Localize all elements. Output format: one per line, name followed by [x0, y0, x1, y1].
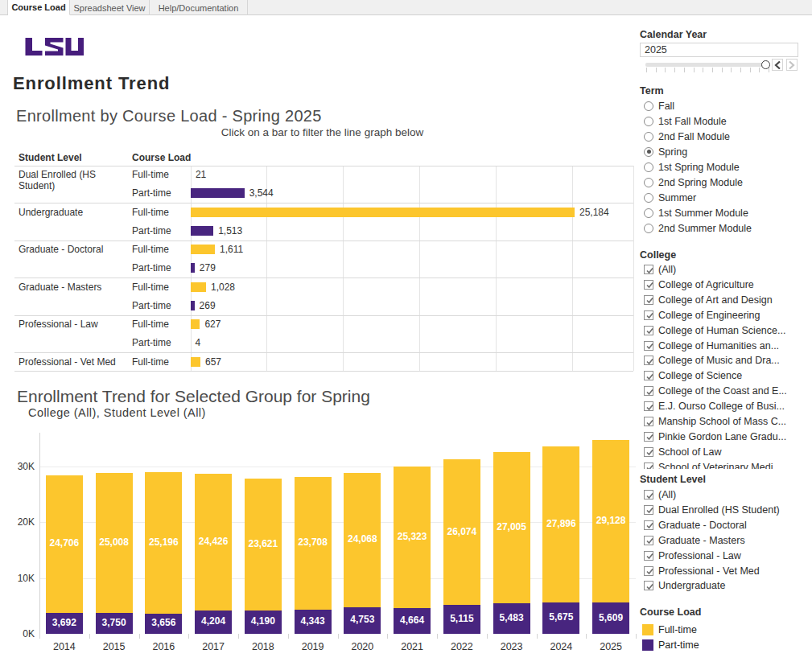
- calendar-year-filter-title: Calendar Year: [640, 29, 707, 40]
- checkbox-checked[interactable]: [644, 356, 653, 365]
- full-time-bar[interactable]: [191, 245, 216, 254]
- radio-button-selected[interactable]: [644, 147, 653, 157]
- radio-button[interactable]: [644, 117, 653, 126]
- term-option-1st-summer-module[interactable]: 1st Summer Module: [644, 205, 748, 220]
- student-level-option-graduate-masters[interactable]: Graduate - Masters: [644, 532, 745, 548]
- checkbox-checked[interactable]: [644, 280, 653, 290]
- term-option-summer[interactable]: Summer: [644, 190, 696, 205]
- segment-value-label: 27,005: [493, 521, 530, 532]
- checkbox-checked[interactable]: [644, 371, 653, 380]
- student-level-option-undergraduate[interactable]: Undergraduate: [644, 578, 725, 594]
- student-level-label: Professional - Vet Med: [19, 356, 125, 368]
- college-option-pinkie-gordon-lane-gradu[interactable]: Pinkie Gordon Lane Gradu...: [644, 429, 786, 444]
- full-time-bar[interactable]: [191, 319, 200, 329]
- segment-value-label: 4,343: [295, 615, 332, 627]
- college-option-college-of-music-and-dra[interactable]: College of Music and Dra...: [644, 353, 780, 368]
- radio-button[interactable]: [644, 162, 653, 172]
- legend-swatch-full-time[interactable]: [642, 624, 653, 635]
- student-level-filter-title: Student Level: [640, 474, 706, 485]
- checkbox-checked[interactable]: [644, 432, 653, 442]
- calendar-year-prev-button[interactable]: [772, 59, 783, 71]
- checkbox-checked[interactable]: [644, 566, 653, 576]
- checkbox-checked[interactable]: [644, 295, 653, 305]
- college-option-label: College of Agriculture: [658, 279, 754, 290]
- checkbox-checked[interactable]: [644, 536, 653, 545]
- college-option-label: College of the Coast and E...: [658, 385, 787, 397]
- student-level-option-professional-vet-med[interactable]: Professional - Vet Med: [644, 563, 760, 578]
- part-time-bar[interactable]: [191, 188, 245, 198]
- segment-value-label: 4,664: [394, 615, 431, 626]
- checkmark-icon: [645, 582, 654, 591]
- college-option-all[interactable]: (All): [644, 262, 676, 278]
- slider-tick: [684, 68, 685, 72]
- bar-value-label: 269: [200, 300, 216, 311]
- segment-value-label: 24,068: [344, 533, 381, 545]
- x-category-label: 2019: [288, 641, 338, 652]
- college-option-school-of-veterinary-medi[interactable]: School of Veterinary Medi...: [644, 459, 781, 469]
- term-option-2nd-fall-module[interactable]: 2nd Fall Module: [644, 129, 730, 144]
- checkbox-checked[interactable]: [644, 265, 653, 274]
- student-level-option-label: Graduate - Masters: [658, 535, 745, 546]
- full-time-bar[interactable]: [191, 357, 200, 367]
- student-level-option-dual-enrolled-hs-student[interactable]: Dual Enrolled (HS Student): [644, 502, 780, 517]
- college-option-college-of-art-and-design[interactable]: College of Art and Design: [644, 292, 773, 307]
- checkbox-checked[interactable]: [644, 401, 653, 411]
- radio-button[interactable]: [644, 224, 653, 233]
- college-option-label: College of Science: [658, 370, 742, 381]
- table-row-divider: [14, 240, 633, 241]
- table-gridline: [496, 166, 497, 372]
- term-option-label: Spring: [658, 146, 687, 158]
- term-option-2nd-spring-module[interactable]: 2nd Spring Module: [644, 175, 743, 190]
- student-level-option-graduate-doctoral[interactable]: Graduate - Doctoral: [644, 517, 747, 532]
- calendar-year-input[interactable]: [640, 43, 798, 57]
- checkbox-checked[interactable]: [644, 581, 653, 590]
- full-time-bar[interactable]: [191, 208, 575, 217]
- x-tick: [537, 634, 538, 639]
- trend-chart-title: Enrollment Trend for Selected Group for …: [17, 387, 370, 406]
- checkbox-checked[interactable]: [644, 505, 653, 515]
- x-tick: [437, 634, 438, 639]
- college-option-college-of-human-science[interactable]: College of Human Science...: [644, 323, 785, 338]
- checkbox-checked[interactable]: [644, 417, 653, 426]
- checkbox-checked[interactable]: [644, 326, 653, 335]
- student-level-option-professional-law[interactable]: Professional - Law: [644, 548, 741, 563]
- segment-value-label: 25,196: [145, 536, 182, 548]
- part-time-bar[interactable]: [191, 226, 214, 236]
- term-option-1st-fall-module[interactable]: 1st Fall Module: [644, 113, 727, 129]
- college-option-manship-school-of-mass-c[interactable]: Manship School of Mass C...: [644, 414, 786, 430]
- radio-button[interactable]: [644, 101, 653, 111]
- part-time-bar[interactable]: [191, 263, 195, 273]
- checkbox-checked[interactable]: [644, 386, 653, 396]
- term-option-1st-spring-module[interactable]: 1st Spring Module: [644, 159, 740, 175]
- legend-swatch-part-time[interactable]: [642, 639, 653, 651]
- student-level-option-all[interactable]: (All): [644, 487, 676, 503]
- x-tick: [636, 634, 637, 639]
- college-option-school-of-law[interactable]: School of Law: [644, 444, 722, 459]
- checkbox-checked[interactable]: [644, 462, 653, 469]
- radio-button[interactable]: [644, 208, 653, 218]
- college-option-college-of-agriculture[interactable]: College of Agriculture: [644, 277, 754, 292]
- college-option-college-of-science[interactable]: College of Science: [644, 368, 742, 384]
- checkbox-checked[interactable]: [644, 341, 653, 351]
- term-option-spring[interactable]: Spring: [644, 144, 687, 159]
- college-option-college-of-humanities-an[interactable]: College of Humanities an...: [644, 338, 779, 353]
- college-option-college-of-the-coast-and-e[interactable]: College of the Coast and E...: [644, 384, 787, 399]
- checkbox-checked[interactable]: [644, 447, 653, 457]
- college-option-e-j-ourso-college-of-busi[interactable]: E.J. Ourso College of Busi...: [644, 399, 785, 414]
- calendar-year-next-button[interactable]: [786, 59, 798, 71]
- checkbox-checked[interactable]: [644, 490, 653, 500]
- radio-button[interactable]: [644, 178, 653, 187]
- calendar-year-slider-track[interactable]: [645, 63, 766, 67]
- checkbox-checked[interactable]: [644, 310, 653, 320]
- segment-value-label: 23,621: [245, 538, 282, 549]
- checkbox-checked[interactable]: [644, 551, 653, 561]
- checkbox-checked[interactable]: [644, 520, 653, 530]
- part-time-bar[interactable]: [191, 301, 195, 310]
- radio-button[interactable]: [644, 132, 653, 142]
- radio-button[interactable]: [644, 193, 653, 203]
- term-option-2nd-summer-module[interactable]: 2nd Summer Module: [644, 220, 752, 236]
- college-option-college-of-engineering[interactable]: College of Engineering: [644, 307, 760, 323]
- checkmark-icon: [645, 448, 654, 457]
- full-time-bar[interactable]: [191, 282, 206, 292]
- term-option-fall[interactable]: Fall: [644, 98, 674, 113]
